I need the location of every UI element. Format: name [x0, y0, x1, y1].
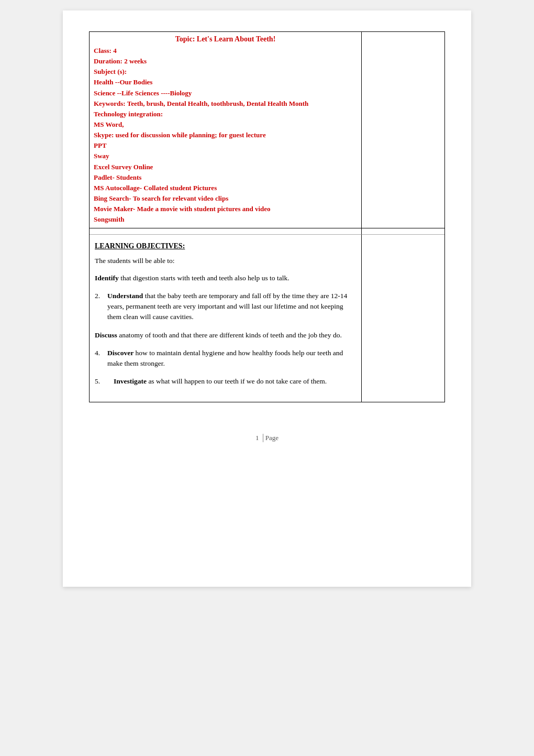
page-label-text: Page [265, 434, 279, 442]
top-section: Topic: Let's Learn About Teeth! Class: 4… [89, 31, 445, 228]
obj-4-num: 4. [95, 348, 104, 369]
obj-5-num: 5. [95, 376, 110, 387]
duration-line: Duration: 2 weeks [94, 56, 357, 67]
bottom-right-cell [362, 235, 444, 401]
obj-5-content: Investigate as what will happen to our t… [114, 376, 327, 387]
ms-word: MS Word, [94, 119, 357, 130]
objective-4: 4. Discover how to maintain dental hygie… [95, 348, 356, 369]
obj-2-num: 2. [95, 291, 104, 323]
keyword-discover: Discover [107, 349, 134, 357]
padlet-line: Padlet- Students [94, 172, 357, 183]
objective-1-text: that digestion starts with teeth and tee… [119, 274, 290, 282]
document-page: Topic: Let's Learn About Teeth! Class: 4… [63, 10, 471, 587]
top-right-cell [362, 32, 444, 228]
songsmith-line: Songsmith [94, 214, 357, 225]
keyword-understand: Understand [107, 292, 143, 300]
page-label: Page [263, 434, 279, 442]
keyword-discuss: Discuss [95, 331, 117, 339]
page-footer: 1 Page [89, 434, 445, 442]
bing-search-line: Bing Search- To search for relevant vide… [94, 193, 357, 204]
skype-line: Skype: used for discussion while plannin… [94, 130, 357, 140]
learning-objectives-cell: LEARNING OBJECTIVES: The students will b… [90, 235, 362, 401]
topic-title: Topic: Let's Learn About Teeth! [94, 35, 357, 43]
class-line: Class: 4 [94, 46, 357, 56]
movie-maker-line: Movie Maker- Made a movie with student p… [94, 204, 357, 214]
keywords-line: Keywords: Teeth, brush, Dental Health, t… [94, 98, 357, 109]
subject-label: Subject (s): [94, 67, 357, 77]
ppt-line: PPT [94, 140, 357, 151]
autocollage-line: MS Autocollage- Collated student Picture… [94, 183, 357, 193]
tech-integration-label: Technology integration: [94, 109, 357, 119]
health-subject: Health --Our Bodies [94, 77, 357, 87]
keyword-investigate: Investigate [114, 377, 147, 385]
bottom-section: LEARNING OBJECTIVES: The students will b… [89, 235, 445, 402]
obj-2-content: Understand that the baby teeth are tempo… [107, 291, 356, 323]
objective-3-text: anatomy of tooth and that there are diff… [117, 331, 342, 339]
objective-3: Discuss anatomy of tooth and that there … [95, 330, 356, 341]
obj-4-content: Discover how to maintain dental hygiene … [107, 348, 356, 369]
objective-5-text: as what will happen to our teeth if we d… [148, 377, 327, 385]
students-intro: The students will be able to: [95, 256, 356, 266]
objective-5: 5. Investigate as what will happen to ou… [95, 376, 356, 387]
topic-details-cell: Topic: Let's Learn About Teeth! Class: 4… [90, 32, 362, 228]
keyword-identify: Identify [95, 274, 119, 282]
page-number: 1 [255, 434, 259, 442]
objective-2-text: that the baby teeth are temporary and fa… [107, 292, 347, 321]
sway-line: Sway [94, 151, 357, 161]
class-info: Class: 4 Duration: 2 weeks Subject (s): … [94, 46, 357, 225]
excel-survey: Excel Survey Online [94, 162, 357, 172]
objective-4-text: how to maintain dental hygiene and how h… [107, 349, 343, 367]
objective-2: 2. Understand that the baby teeth are te… [95, 291, 356, 323]
learning-objectives-title: LEARNING OBJECTIVES: [95, 242, 356, 250]
science-subject: Science --Life Sciences ----Biology [94, 88, 357, 98]
objective-1: Identify that digestion starts with teet… [95, 273, 356, 283]
